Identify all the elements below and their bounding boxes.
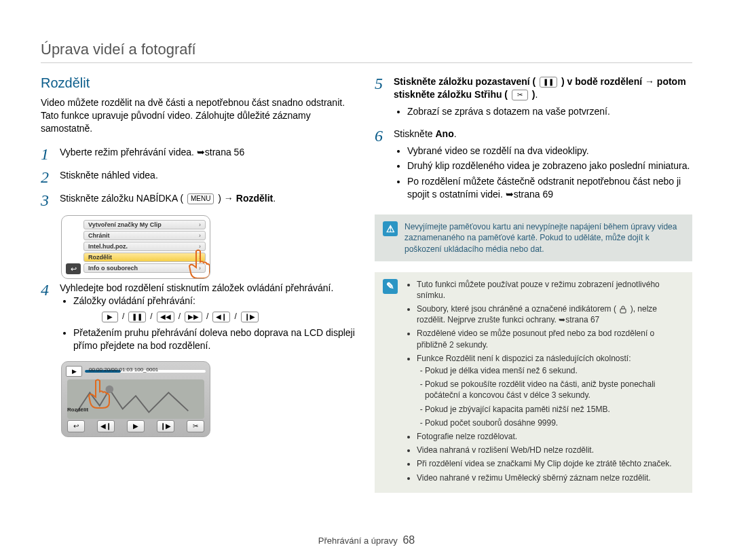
left-column: Rozdělit Video můžete rozdělit na dvě čá…	[41, 75, 358, 529]
pointing-hand-icon	[183, 247, 210, 279]
info-sub-bullet: Pokud je délka videa menší než 6 sekund.	[425, 365, 684, 376]
info-sub-bullet: Pokud počet souborů dosáhne 9999.	[425, 417, 684, 428]
frame-fwd-icon: ❙▶	[241, 312, 259, 322]
info-bullet: Při rozdělení videa se značkami My Clip …	[417, 458, 684, 469]
info-sub-bullet: Pokud se pokoušíte rozdělit video na čás…	[425, 379, 684, 400]
step-2: 2 Stiskněte náhled videa.	[41, 169, 358, 185]
step-number: 6	[375, 128, 388, 204]
bullet-text: Záložky ovládání přehrávání:	[73, 295, 195, 306]
cut-icon: ✂	[512, 90, 528, 100]
step-text-bold: Rozdělit	[236, 193, 273, 204]
step-text-bold: )	[532, 89, 535, 100]
back-icon: ↩	[66, 263, 81, 274]
info-bullet: Tuto funkci můžete používat pouze v reži…	[417, 279, 684, 301]
lock-icon	[618, 305, 628, 314]
step-text-bold: Stiskněte záložku pozastavení (	[394, 76, 538, 87]
play-icon: ▶	[102, 312, 118, 322]
bullet: Vybrané video se rozdělí na dva videokli…	[407, 145, 692, 157]
timecode: 00:00:20/00:01:03 100_0001	[89, 367, 158, 373]
warning-icon: ⚠	[383, 221, 398, 236]
bullet: Zobrazí se zpráva s dotazem na vaše potv…	[407, 105, 692, 118]
info-bullet: Funkce Rozdělit není k dispozici za násl…	[417, 353, 684, 428]
info-text: Funkce Rozdělit není k dispozici za násl…	[417, 354, 631, 363]
page-title: Úprava videí a fotografí	[41, 41, 692, 63]
step-body: Stiskněte Ano. Vybrané video se rozdělí …	[394, 128, 692, 204]
chevron-right-icon: ›	[199, 232, 201, 239]
step-number: 5	[375, 75, 388, 121]
step-4: 4 Vyhledejte bod rozdělení stisknutím zá…	[41, 282, 358, 355]
step-1: 1 Vyberte režim přehrávání videa. ➥stran…	[41, 146, 358, 162]
step-5: 5 Stiskněte záložku pozastavení ( ❚❚ ) v…	[375, 75, 692, 121]
menu-item: Chránit›	[83, 231, 206, 240]
step-body: Stiskněte záložku NABÍDKA ( MENU ) → Roz…	[60, 192, 358, 208]
pause-icon: ❚❚	[128, 312, 146, 322]
info-body: Tuto funkci můžete používat pouze v reži…	[405, 279, 684, 486]
frame-fwd-icon: ❙▶	[157, 420, 174, 432]
step-text-bold: ) v bodě rozdělení	[561, 76, 645, 87]
forward-icon: ▶▶	[185, 312, 202, 322]
play-thumb-icon: ▶	[66, 366, 82, 377]
menu-item-label: Info o souborech	[88, 265, 138, 272]
menu-icon: MENU	[187, 193, 214, 204]
step-body: Vyberte režim přehrávání videa. ➥strana …	[60, 146, 358, 162]
warning-text: Nevyjímejte paměťovou kartu ani nevypíne…	[405, 221, 684, 255]
info-icon: ✎	[383, 279, 398, 294]
rewind-icon: ◀◀	[157, 312, 174, 322]
menu-item-label: Vytvoření značky My Clip	[88, 221, 162, 228]
bullet: Přetažením pruhu přehrávání doleva nebo …	[73, 326, 358, 352]
section-title: Rozdělit	[41, 75, 358, 91]
step-number: 4	[41, 282, 54, 355]
info-bullet: Fotografie nelze rozdělovat.	[417, 431, 684, 442]
play-icon: ▶	[127, 420, 145, 432]
step-text: ) →	[218, 193, 236, 204]
menu-item-label: Rozdělit	[88, 254, 112, 261]
menu-screenshot: Vytvoření značky My Clip› Chránit› Intel…	[61, 215, 210, 279]
info-bullet: Soubory, které jsou chráněné a označené …	[417, 303, 684, 325]
step-text: Stiskněte	[394, 128, 435, 139]
step-text: Stiskněte záložku NABÍDKA (	[60, 193, 183, 204]
menu-item: Vytvoření značky My Clip›	[83, 220, 206, 229]
control-icons-row: ▶/ ❚❚/ ◀◀/ ▶▶/ ◀❙/ ❙▶	[100, 311, 358, 322]
warning-note: ⚠ Nevyjímejte paměťovou kartu ani nevypí…	[375, 214, 692, 261]
step-number: 3	[41, 192, 54, 208]
cut-icon: ✂	[187, 420, 204, 432]
info-bullet: Rozdělené video se může posunout před ne…	[417, 328, 684, 350]
info-bullet: Video nahrané v režimu Umělecký sběrný z…	[417, 472, 684, 483]
step-text: Vyberte režim přehrávání videa. ➥strana …	[60, 147, 244, 157]
step-text: Vyhledejte bod rozdělení stisknutím zálo…	[60, 282, 358, 295]
step-body: Vyhledejte bod rozdělení stisknutím zálo…	[60, 282, 358, 355]
back-icon: ↩	[67, 420, 85, 432]
menu-item-label: Intel.hud.poz.	[88, 243, 128, 250]
info-note: ✎ Tuto funkci můžete používat pouze v re…	[375, 272, 692, 493]
frame-back-icon: ◀❙	[212, 312, 230, 322]
pointing-hand-icon	[82, 377, 116, 411]
info-sub-bullet: Pokud je zbývající kapacita paměti nižší…	[425, 404, 684, 415]
chevron-right-icon: ›	[199, 221, 201, 228]
split-screenshot: ▶ 00:00:20/00:01:03 100_0001 Rozdělit ↩ …	[61, 361, 210, 437]
page-number: 68	[402, 534, 415, 546]
bullet: Po rozdělení můžete částečně odstranit n…	[407, 175, 692, 201]
info-text: Soubory, které jsou chráněné a označené …	[417, 304, 616, 314]
footer-section: Přehrávání a úpravy	[318, 536, 398, 546]
menu-item-label: Chránit	[88, 232, 110, 239]
pause-icon: ❚❚	[540, 77, 557, 88]
frame-back-icon: ◀❙	[97, 420, 115, 432]
footer: Přehrávání a úpravy 68	[41, 534, 692, 546]
step-body: Stiskněte záložku pozastavení ( ❚❚ ) v b…	[394, 75, 692, 121]
step-number: 2	[41, 169, 54, 185]
bullet: Záložky ovládání přehrávání: ▶/ ❚❚/ ◀◀/ …	[73, 295, 358, 322]
right-column: 5 Stiskněte záložku pozastavení ( ❚❚ ) v…	[375, 75, 692, 529]
step-3: 3 Stiskněte záložku NABÍDKA ( MENU ) → R…	[41, 192, 358, 208]
bullet: Druhý klip rozděleného videa je zobrazen…	[407, 160, 692, 172]
intro-paragraph: Video můžete rozdělit na dvě části a nep…	[41, 96, 358, 135]
step-number: 1	[41, 146, 54, 162]
info-bullet: Videa nahraná v rozlišení Web/HD nelze r…	[417, 445, 684, 455]
step-text-bold: Ano	[435, 128, 453, 139]
step-body: Stiskněte náhled videa.	[60, 169, 358, 185]
svg-rect-1	[620, 309, 626, 313]
step-6: 6 Stiskněte Ano. Vybrané video se rozděl…	[375, 128, 692, 204]
